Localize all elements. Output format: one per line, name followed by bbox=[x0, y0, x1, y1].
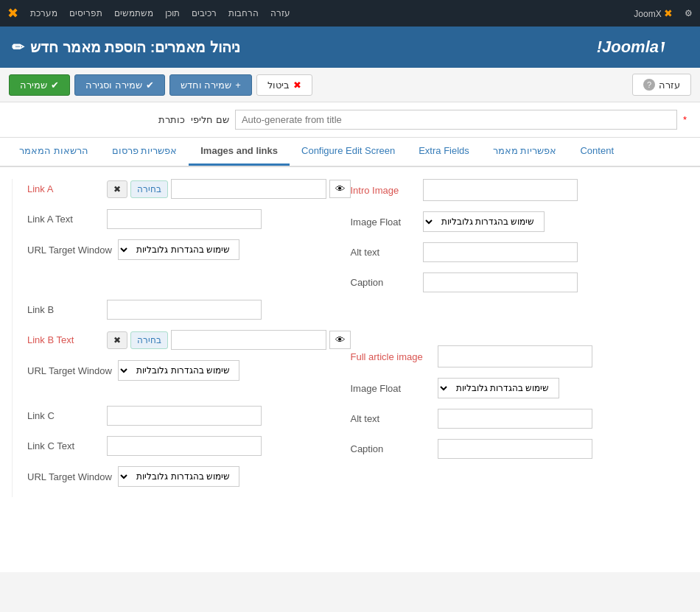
nav-mishtemshim[interactable]: משתמשים bbox=[114, 8, 153, 18]
right-panel: 👁 בחירה ✖ Link A Link A Text שימוש בהגדר… bbox=[12, 179, 351, 497]
tab-images-links[interactable]: Images and links bbox=[189, 138, 290, 166]
alt-text-label: Alt text bbox=[351, 247, 417, 258]
image-float-2-label: Image Float bbox=[351, 383, 432, 394]
image-float-row: שימוש בהגדרות גלובליות Image Float bbox=[351, 211, 674, 232]
caption-label: Caption bbox=[351, 277, 417, 288]
caption-2-row: Caption bbox=[351, 439, 674, 459]
link-a-text-label: Link A Text bbox=[27, 214, 101, 225]
alias-label: שם חליפי bbox=[191, 114, 229, 125]
url-target-a-select[interactable]: שימוש בהגדרות גלובליות bbox=[118, 239, 239, 260]
save-close-button[interactable]: ✔ שמירה וסגירה bbox=[74, 74, 165, 96]
link-c-text-input[interactable] bbox=[107, 436, 262, 456]
title-input[interactable] bbox=[235, 110, 677, 130]
nav-maarchet[interactable]: מערכת bbox=[30, 8, 57, 18]
save-new-button[interactable]: + שמירה וחדש bbox=[169, 74, 252, 96]
title-bar-inner: * שם חליפי כותרת bbox=[10, 110, 690, 130]
link-b-text-input-group: 👁 בחירה ✖ bbox=[107, 330, 351, 350]
gear-icon[interactable]: ⚙ bbox=[685, 8, 693, 18]
link-b-eye-button[interactable]: 👁 bbox=[329, 331, 351, 349]
tab-form-options[interactable]: אפשריות פרסום bbox=[100, 138, 189, 166]
tabs: הרשאות המאמר אפשריות פרסום Images and li… bbox=[0, 138, 700, 167]
link-b-text-row: 👁 בחירה ✖ Link B Text bbox=[27, 330, 351, 350]
joomla-icon: ✖ bbox=[7, 5, 18, 21]
image-float-label: Image Float bbox=[351, 217, 417, 228]
full-article-image-row: Full article image bbox=[351, 345, 674, 367]
full-article-image-label: Full article image bbox=[351, 351, 432, 362]
save-button[interactable]: ✔ שמירה bbox=[9, 74, 70, 96]
caption-row: Caption bbox=[351, 272, 674, 292]
svg-rect-0 bbox=[662, 34, 688, 60]
joomla-logo: J! Joomla! bbox=[597, 34, 688, 60]
joomlax-label: ✖ JoomX bbox=[634, 7, 673, 19]
alt-text-2-row: Alt text bbox=[351, 409, 674, 429]
image-float-select[interactable]: שימוש בהגדרות גלובליות bbox=[423, 211, 545, 232]
url-target-b-select[interactable]: שימוש בהגדרות גלובליות bbox=[118, 360, 239, 381]
intro-image-label: Intro Image bbox=[351, 185, 417, 196]
top-nav-right: עזרה הרחבות רכיבים תוכן משתמשים תפריסים … bbox=[7, 5, 290, 21]
save-icon: ✔ bbox=[51, 80, 59, 91]
cancel-button[interactable]: ✖ ביטול bbox=[256, 74, 312, 96]
tab-configure-edit[interactable]: Configure Edit Screen bbox=[290, 138, 407, 166]
nav-harchavot[interactable]: הרחבות bbox=[228, 8, 259, 18]
link-a-text-input[interactable] bbox=[107, 209, 262, 229]
link-a-label: Link A bbox=[27, 183, 101, 194]
link-b-choice-button[interactable]: בחירה bbox=[130, 331, 168, 349]
link-b-label: Link B bbox=[27, 304, 101, 315]
required-mark: * bbox=[683, 114, 687, 125]
link-a-clear-button[interactable]: ✖ bbox=[107, 180, 127, 198]
caption-input[interactable] bbox=[423, 272, 578, 292]
toolbar: עזרה ? ✖ ביטול + שמירה וחדש ✔ שמירה וסגי… bbox=[0, 68, 700, 102]
link-b-clear-button[interactable]: ✖ bbox=[107, 331, 127, 349]
tab-content[interactable]: Content bbox=[568, 138, 626, 166]
tab-article-options[interactable]: אפשריות מאמר bbox=[481, 138, 569, 166]
help-button[interactable]: עזרה ? bbox=[632, 74, 691, 96]
url-target-c-select[interactable]: שימוש בהגדרות גלובליות bbox=[118, 466, 239, 487]
top-nav: ⚙ ✖ JoomX עזרה הרחבות רכיבים תוכן משתמשי… bbox=[0, 0, 700, 27]
link-a-row: 👁 בחירה ✖ Link A bbox=[27, 179, 351, 199]
link-c-input[interactable] bbox=[107, 406, 262, 426]
image-float-2-row: שימוש בהגדרות גלובליות Image Float bbox=[351, 378, 674, 398]
header-bar: J! Joomla! ניהול מאמרים: הוספת מאמר חדש … bbox=[0, 27, 700, 68]
link-c-row: Link C bbox=[27, 406, 351, 426]
caption-2-input[interactable] bbox=[438, 439, 592, 459]
nav-ezra[interactable]: עזרה bbox=[270, 8, 290, 18]
joomla-logo-svg: J! bbox=[662, 34, 688, 60]
caption-2-label: Caption bbox=[351, 443, 432, 454]
joomla-wordmark: Joomla! bbox=[597, 38, 659, 57]
main-content: Intro Image שימוש בהגדרות גלובליות Image… bbox=[0, 167, 700, 572]
link-a-eye-button[interactable]: 👁 bbox=[329, 180, 351, 198]
url-target-a-row: שימוש בהגדרות גלובליות URL Target Window bbox=[27, 239, 351, 260]
cancel-icon: ✖ bbox=[293, 80, 301, 91]
link-c-text-label: Link C Text bbox=[27, 440, 101, 451]
alt-text-2-input[interactable] bbox=[438, 409, 592, 429]
koteret-label: כותרת bbox=[158, 114, 185, 125]
page-title: ניהול מאמרים: הוספת מאמר חדש bbox=[30, 38, 240, 56]
title-bar: * שם חליפי כותרת bbox=[0, 102, 700, 138]
toolbar-left: עזרה ? bbox=[632, 74, 691, 96]
link-a-input-group: 👁 בחירה ✖ bbox=[107, 179, 351, 199]
top-nav-left: ⚙ ✖ JoomX bbox=[634, 7, 693, 19]
help-icon: ? bbox=[643, 79, 655, 91]
image-float-2-select[interactable]: שימוש בהגדרות גלובליות bbox=[438, 378, 559, 398]
checkmark-icon: ✔ bbox=[146, 80, 154, 91]
link-b-input[interactable] bbox=[107, 300, 262, 320]
alt-text-input[interactable] bbox=[423, 242, 578, 262]
tab-extra-fields[interactable]: Extra Fields bbox=[407, 138, 481, 166]
nav-rchivim[interactable]: רכיבים bbox=[192, 8, 217, 18]
alt-text-row: Alt text bbox=[351, 242, 674, 262]
left-panel: Intro Image שימוש בהגדרות גלובליות Image… bbox=[351, 179, 689, 497]
plus-icon: + bbox=[235, 80, 241, 91]
link-b-text-label: Link B Text bbox=[27, 334, 101, 345]
url-target-c-label: URL Target Window bbox=[27, 471, 112, 482]
help-label: עזרה bbox=[659, 80, 680, 91]
nav-tfarisim[interactable]: תפריסים bbox=[69, 8, 102, 18]
link-b-text-input[interactable] bbox=[171, 330, 326, 350]
edit-icon[interactable]: ✏ bbox=[12, 38, 24, 56]
link-a-text-row: Link A Text bbox=[27, 209, 351, 229]
url-target-c-row: שימוש בהגדרות גלובליות URL Target Window bbox=[27, 466, 351, 487]
tab-article-display[interactable]: הרשאות המאמר bbox=[7, 138, 100, 166]
link-a-input[interactable] bbox=[171, 179, 326, 199]
alt-text-2-label: Alt text bbox=[351, 413, 432, 424]
link-a-choice-button[interactable]: בחירה bbox=[130, 180, 168, 198]
nav-tocen[interactable]: תוכן bbox=[165, 8, 180, 18]
